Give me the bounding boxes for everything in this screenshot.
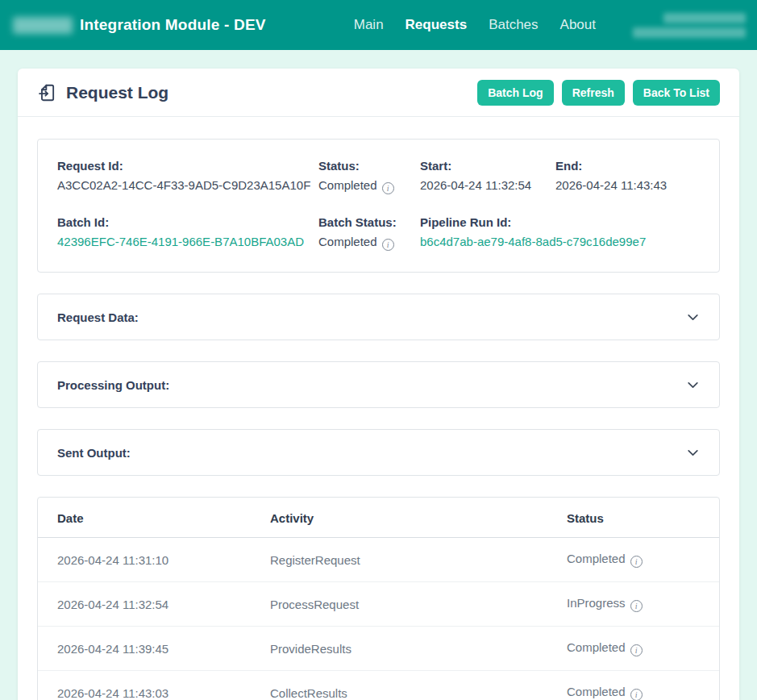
header-actions: Batch Log Refresh Back To List bbox=[477, 80, 720, 106]
section-processing-output[interactable]: Processing Output: bbox=[37, 361, 720, 408]
request-id-label: Request Id: bbox=[57, 159, 318, 173]
cell-activity: CollectResults bbox=[251, 671, 547, 700]
card-header: Request Log Batch Log Refresh Back To Li… bbox=[18, 69, 739, 117]
info-circle-icon[interactable]: i bbox=[630, 689, 643, 700]
main-nav: Main Requests Batches About bbox=[354, 17, 596, 33]
cell-activity: ProcessRequest bbox=[251, 582, 547, 627]
chevron-down-icon[interactable] bbox=[686, 378, 700, 392]
section-label: Processing Output: bbox=[57, 378, 169, 392]
section-request-data[interactable]: Request Data: bbox=[37, 294, 720, 340]
section-label: Request Data: bbox=[57, 310, 139, 324]
request-id-field: Request Id: A3CC02A2-14CC-4F33-9AD5-C9D2… bbox=[57, 159, 318, 194]
batch-id-field: Batch Id: 42396EFC-746E-4191-966E-B7A10B… bbox=[57, 215, 318, 251]
chevron-down-icon[interactable] bbox=[686, 310, 700, 324]
details-row-2: Batch Id: 42396EFC-746E-4191-966E-B7A10B… bbox=[57, 215, 700, 251]
cell-activity: ProvideResults bbox=[251, 627, 547, 671]
table-row: 2026-04-24 11:43:03 CollectResults Compl… bbox=[38, 671, 719, 700]
refresh-button[interactable]: Refresh bbox=[562, 80, 625, 106]
brand-title: Integration Module - DEV bbox=[80, 16, 266, 34]
cell-status: Completedi bbox=[547, 538, 719, 582]
pipeline-run-id-link[interactable]: b6c4d7ab-ae79-4af8-8ad5-c79c16de99e7 bbox=[420, 235, 646, 248]
end-field: End: 2026-04-24 11:43:43 bbox=[555, 159, 700, 194]
batch-id-label: Batch Id: bbox=[57, 215, 318, 229]
table-header-row: Date Activity Status bbox=[38, 498, 719, 538]
chevron-down-icon[interactable] bbox=[686, 446, 700, 460]
page-title: Request Log bbox=[37, 82, 168, 103]
activity-table: Date Activity Status 2026-04-24 11:31:10… bbox=[38, 498, 719, 700]
info-circle-icon[interactable]: i bbox=[630, 600, 643, 612]
nav-item-batches[interactable]: Batches bbox=[489, 17, 538, 33]
batch-status-label: Batch Status: bbox=[318, 215, 420, 229]
status-label: Status: bbox=[318, 159, 420, 173]
info-circle-icon[interactable]: i bbox=[630, 556, 643, 568]
nav-item-main[interactable]: Main bbox=[354, 17, 384, 33]
cell-date: 2026-04-24 11:31:10 bbox=[38, 538, 251, 582]
user-info-redacted[interactable] bbox=[633, 13, 746, 38]
pipeline-run-id-field: Pipeline Run Id: b6c4d7ab-ae79-4af8-8ad5… bbox=[420, 215, 700, 251]
cell-date: 2026-04-24 11:32:54 bbox=[38, 582, 251, 627]
table-row: 2026-04-24 11:32:54 ProcessRequest InPro… bbox=[38, 582, 719, 627]
pipeline-run-id-label: Pipeline Run Id: bbox=[420, 215, 700, 229]
info-circle-icon[interactable]: i bbox=[382, 239, 394, 251]
cell-status: Completedi bbox=[547, 627, 719, 671]
request-log-card: Request Log Batch Log Refresh Back To Li… bbox=[18, 69, 739, 700]
column-header-date: Date bbox=[38, 498, 251, 538]
user-name-redacted bbox=[663, 13, 746, 23]
table-row: 2026-04-24 11:39:45 ProvideResults Compl… bbox=[38, 627, 719, 671]
nav-item-about[interactable]: About bbox=[560, 17, 596, 33]
end-label: End: bbox=[555, 159, 700, 173]
cell-date: 2026-04-24 11:43:03 bbox=[38, 671, 251, 700]
start-label: Start: bbox=[420, 159, 555, 173]
section-label: Sent Output: bbox=[57, 446, 131, 460]
user-email-redacted bbox=[633, 27, 746, 38]
table-row: 2026-04-24 11:31:10 RegisterRequest Comp… bbox=[38, 538, 719, 582]
end-value: 2026-04-24 11:43:43 bbox=[555, 178, 700, 192]
cell-activity: RegisterRequest bbox=[251, 538, 547, 582]
batch-log-button[interactable]: Batch Log bbox=[477, 80, 553, 106]
brand: Integration Module - DEV bbox=[13, 16, 266, 34]
card-body: Request Id: A3CC02A2-14CC-4F33-9AD5-C9D2… bbox=[18, 117, 739, 700]
status-field: Status: Completedi bbox=[318, 159, 420, 194]
cell-status: Completedi bbox=[547, 671, 719, 700]
section-sent-output[interactable]: Sent Output: bbox=[37, 429, 720, 476]
request-details-panel: Request Id: A3CC02A2-14CC-4F33-9AD5-C9D2… bbox=[37, 139, 720, 273]
status-value: Completedi bbox=[318, 178, 420, 194]
pipeline-run-id-value: b6c4d7ab-ae79-4af8-8ad5-c79c16de99e7 bbox=[420, 235, 700, 248]
back-to-list-button[interactable]: Back To List bbox=[633, 80, 720, 106]
nav-item-requests[interactable]: Requests bbox=[406, 17, 468, 33]
page-title-text: Request Log bbox=[66, 83, 168, 102]
batch-status-field: Batch Status: Completedi bbox=[318, 215, 420, 251]
file-import-icon bbox=[37, 82, 58, 103]
start-field: Start: 2026-04-24 11:32:54 bbox=[420, 159, 555, 194]
brand-logo-redacted bbox=[13, 17, 73, 34]
start-value: 2026-04-24 11:32:54 bbox=[420, 178, 555, 192]
top-navbar: Integration Module - DEV Main Requests B… bbox=[0, 0, 757, 50]
column-header-status: Status bbox=[547, 498, 719, 538]
cell-date: 2026-04-24 11:39:45 bbox=[38, 627, 251, 671]
batch-id-link[interactable]: 42396EFC-746E-4191-966E-B7A10BFA03AD bbox=[57, 235, 304, 248]
batch-id-value: 42396EFC-746E-4191-966E-B7A10BFA03AD bbox=[57, 235, 318, 248]
activity-log-panel: Date Activity Status 2026-04-24 11:31:10… bbox=[37, 497, 720, 700]
info-circle-icon[interactable]: i bbox=[630, 644, 643, 656]
details-row-1: Request Id: A3CC02A2-14CC-4F33-9AD5-C9D2… bbox=[57, 159, 700, 194]
batch-status-value: Completedi bbox=[318, 235, 420, 251]
column-header-activity: Activity bbox=[251, 498, 547, 538]
cell-status: InProgressi bbox=[547, 582, 719, 627]
info-circle-icon[interactable]: i bbox=[382, 182, 394, 194]
request-id-value: A3CC02A2-14CC-4F33-9AD5-C9D23A15A10F bbox=[57, 178, 318, 192]
collapsible-sections: Request Data: Processing Output: Sent Ou… bbox=[37, 294, 720, 476]
